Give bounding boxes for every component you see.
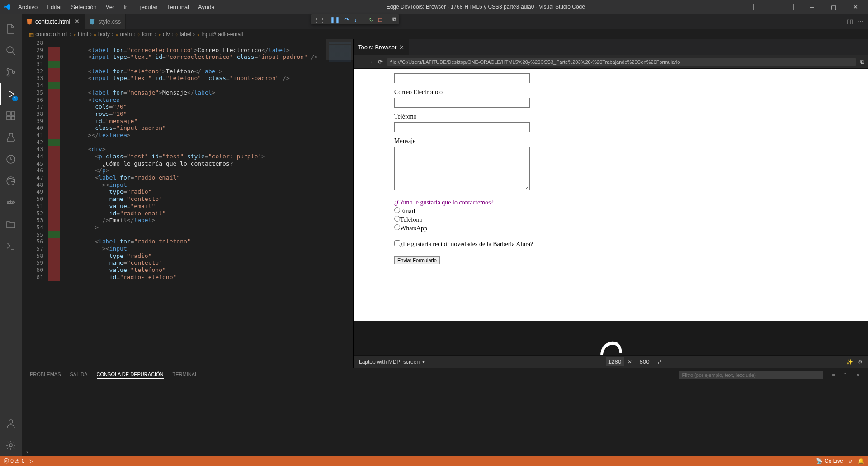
browser-viewport[interactable]: Correo Electrónico Teléfono Mensaje ¿Cóm… (354, 69, 868, 355)
menu-item[interactable]: Ir (120, 2, 131, 12)
split-editor-icon[interactable]: ▯▯ (847, 18, 853, 25)
debug-toolbar[interactable]: ⋮⋮ ❚❚ ↷ ↓ ↑ ↻ □ | ⧉ (311, 14, 399, 24)
breadcrumb[interactable]: ▦ contacto.html›⬨ html›⬨ body›⬨ main›⬨ f… (22, 29, 868, 39)
newsletter-checkbox[interactable] (394, 240, 400, 246)
menu-item[interactable]: Terminal (163, 2, 193, 12)
wand-icon[interactable]: ✨ (846, 359, 853, 365)
vscode-icon (4, 3, 11, 10)
breadcrumb-item[interactable]: ⬨ div (158, 31, 170, 38)
editor-tab[interactable]: contacto.html✕ (22, 14, 85, 29)
name-input[interactable] (394, 73, 530, 83)
extensions-icon[interactable] (0, 105, 22, 127)
feedback-icon[interactable]: ☺ (848, 458, 853, 464)
svg-point-15 (9, 444, 12, 447)
activity-bar: 1 (0, 14, 22, 456)
menu-item[interactable]: Archivo (14, 2, 41, 12)
radio-whatsapp[interactable] (394, 224, 400, 230)
telefono-input[interactable] (394, 122, 530, 132)
breadcrumb-item[interactable]: ⬨ html (73, 31, 88, 38)
stop-icon[interactable]: □ (378, 16, 382, 23)
account-icon[interactable] (0, 413, 22, 434)
settings-icon[interactable] (0, 434, 22, 456)
menu-item[interactable]: Editar (43, 2, 66, 12)
menu-item[interactable]: Ayuda (194, 2, 218, 12)
correo-input[interactable] (394, 98, 530, 108)
chevron-right-icon[interactable]: › (26, 448, 28, 455)
error-count[interactable]: ⓧ 0 ⚠ 0 (4, 457, 24, 465)
panel-tab[interactable]: CONSOLA DE DEPURACIÓN (97, 371, 164, 379)
gear-icon[interactable]: ⚙ (858, 359, 863, 365)
minimize-button[interactable]: ─ (803, 0, 821, 14)
breadcrumb-item[interactable]: ⬨ body (94, 31, 110, 38)
close-icon[interactable]: ✕ (399, 44, 404, 51)
breadcrumb-item[interactable]: ⬨ input#radio-email (197, 31, 243, 38)
step-into-icon[interactable]: ↓ (354, 16, 357, 23)
menu-item[interactable]: Selección (67, 2, 100, 12)
layout-icon[interactable] (786, 4, 794, 10)
docker-icon[interactable] (0, 192, 22, 214)
go-live-button[interactable]: 📡 Go Live (816, 458, 843, 464)
pause-icon[interactable]: ❚❚ (330, 16, 340, 23)
panel-tab[interactable]: PROBLEMAS (30, 371, 61, 379)
mensaje-textarea[interactable] (394, 147, 530, 190)
radio-telefono[interactable] (394, 216, 400, 222)
search-icon[interactable] (0, 40, 22, 62)
menu-bar: ArchivoEditarSelecciónVerIrEjecutarTermi… (14, 2, 218, 12)
close-icon[interactable]: ✕ (75, 18, 80, 25)
restart-icon[interactable]: ↻ (369, 16, 374, 23)
breadcrumb-item[interactable]: ⬨ form (137, 31, 152, 38)
close-panel-icon[interactable]: ✕ (856, 372, 860, 378)
minimap[interactable] (326, 39, 353, 368)
debug-status-icon[interactable]: ▷ (29, 458, 33, 464)
scm-icon[interactable] (0, 62, 22, 83)
back-icon[interactable]: ← (357, 58, 363, 65)
explorer-icon[interactable] (0, 18, 22, 40)
panel-tab[interactable]: SALIDA (70, 371, 87, 379)
close-button[interactable]: ✕ (846, 0, 864, 14)
devtools-tab[interactable]: Tools: Browser ✕ (354, 39, 409, 55)
maximize-button[interactable]: ▢ (825, 0, 843, 14)
submit-button[interactable]: Enviar Formulario (394, 256, 440, 264)
svg-rect-7 (11, 112, 15, 115)
menu-item[interactable]: Ejecutar (132, 2, 161, 12)
panel-tab[interactable]: TERMINAL (173, 371, 198, 379)
panel-tabs: PROBLEMASSALIDACONSOLA DE DEPURACIÓNTERM… (22, 368, 868, 382)
layout-icon[interactable] (775, 4, 783, 10)
debug-icon[interactable]: 1 (0, 83, 22, 105)
folder-icon[interactable] (0, 214, 22, 235)
reload-icon[interactable]: ⟳ (378, 58, 383, 65)
code-editor[interactable]: 2829303132333435363738394041424344454647… (22, 39, 353, 368)
window-controls: ─ ▢ ✕ (803, 0, 864, 14)
height-input[interactable] (636, 357, 654, 366)
layout-icon[interactable] (753, 4, 761, 10)
bottom-panel: PROBLEMASSALIDACONSOLA DE DEPURACIÓNTERM… (22, 368, 868, 456)
collapse-icon[interactable]: ˄ (844, 372, 847, 378)
terminal-icon[interactable] (0, 235, 22, 257)
filter-input[interactable] (679, 371, 823, 379)
rotate-icon[interactable]: ⇄ (657, 359, 662, 365)
forward-icon[interactable]: → (368, 58, 373, 65)
chevron-down-icon[interactable]: ▾ (422, 359, 425, 364)
url-bar[interactable]: file:///C:/Users/LATITUDE/Desktop/ONE-OR… (387, 58, 856, 66)
step-over-icon[interactable]: ↷ (344, 16, 349, 23)
width-input[interactable] (606, 357, 624, 366)
drag-handle-icon[interactable]: ⋮⋮ (314, 16, 326, 23)
editor-tab[interactable]: style.css (85, 14, 126, 29)
breadcrumb-item[interactable]: ⬨ label (175, 31, 191, 38)
breadcrumb-item[interactable]: ⬨ main (115, 31, 132, 38)
svg-rect-4 (7, 112, 10, 115)
open-external-icon[interactable]: ⧉ (860, 58, 864, 66)
bell-icon[interactable]: 🔔 (858, 458, 864, 464)
radio-email[interactable] (394, 207, 400, 213)
testing-icon[interactable] (0, 127, 22, 148)
layout-icon[interactable] (764, 4, 772, 10)
settings-icon[interactable]: ≡ (832, 372, 835, 378)
edge-icon[interactable] (0, 170, 22, 192)
step-out-icon[interactable]: ↑ (362, 16, 365, 23)
device-select[interactable]: Laptop with MDPI screen (359, 359, 420, 365)
menu-item[interactable]: Ver (102, 2, 118, 12)
browser-icon[interactable]: ⧉ (392, 16, 396, 23)
breadcrumb-item[interactable]: ▦ contacto.html (29, 31, 68, 38)
more-icon[interactable]: ⋯ (858, 18, 863, 25)
history-icon[interactable] (0, 148, 22, 170)
